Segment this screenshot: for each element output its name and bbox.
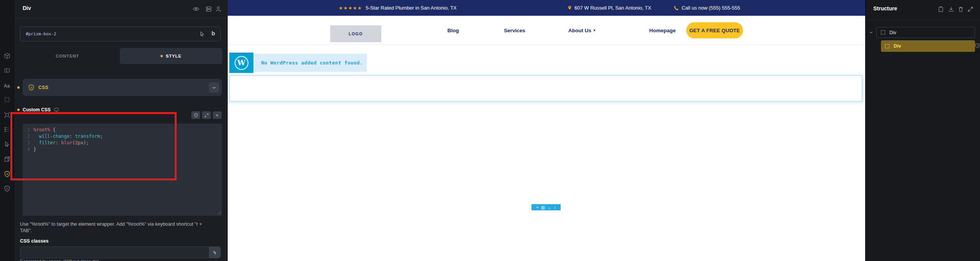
selector-field: b bbox=[20, 26, 221, 41]
code-editor-buttons: 3 < bbox=[191, 111, 222, 119]
structure-panel: Structure Div Div 3 bbox=[865, 0, 980, 261]
bold-b-icon[interactable]: b bbox=[212, 30, 215, 36]
code-collapse-button[interactable]: < bbox=[213, 111, 222, 119]
device-monitor-icon[interactable] bbox=[54, 107, 59, 112]
get-free-quote-button[interactable]: GET A FREE QUOTE bbox=[686, 22, 743, 38]
user-history-icon[interactable] bbox=[215, 6, 222, 12]
site-logo[interactable]: LOGO bbox=[330, 25, 381, 42]
selected-div-element[interactable] bbox=[229, 75, 862, 102]
breakdance-builder-window: Aa 3 5 Div bbox=[0, 0, 980, 261]
address-text: 607 W Russell Pl, San Antonio, TX bbox=[574, 5, 651, 11]
wordpress-icon: W bbox=[235, 56, 248, 70]
custom-css-label-row: Custom CSS bbox=[17, 107, 59, 112]
cursor-interactions-icon[interactable] bbox=[4, 141, 10, 147]
section-modified-dot bbox=[17, 86, 20, 89]
custom-css-code-editor[interactable]: 1 %root% { 2 will-change: transform; 3 f… bbox=[23, 124, 222, 216]
code-line: 2 will-change: transform; bbox=[23, 133, 222, 140]
trash-icon[interactable] bbox=[958, 6, 964, 12]
svg-text:3: 3 bbox=[6, 172, 8, 176]
element-title: Div bbox=[23, 5, 31, 11]
tree-chevron-down-icon[interactable] bbox=[869, 30, 874, 35]
lightning-quick-add-icon[interactable]: ϟ bbox=[209, 247, 220, 258]
css-shield-button[interactable]: 3 bbox=[191, 111, 200, 119]
nav-link-blog[interactable]: Blog bbox=[447, 16, 459, 45]
dotted-frame-icon[interactable] bbox=[4, 96, 10, 103]
field-modified-dot bbox=[17, 109, 20, 111]
selection-frame-icon[interactable] bbox=[4, 112, 10, 118]
code-line: 3 filter: blur(2px); bbox=[23, 140, 222, 146]
phone-text: Call us now (555) 555-555 bbox=[682, 5, 740, 11]
divider bbox=[866, 20, 980, 20]
tree-row-div-selected[interactable]: Div bbox=[881, 40, 975, 52]
map-pin-icon bbox=[568, 5, 572, 11]
nav-link-homepage[interactable]: Homepage bbox=[649, 16, 675, 45]
svg-text:3: 3 bbox=[977, 44, 978, 47]
css-section-header[interactable]: 3 CSS bbox=[23, 79, 222, 96]
editor-resize-handle[interactable] bbox=[217, 211, 221, 215]
properties-list-icon[interactable] bbox=[4, 126, 10, 133]
svg-text:3: 3 bbox=[30, 86, 32, 89]
vertical-resize-icon[interactable]: ↕ bbox=[554, 205, 556, 210]
columns-element-icon[interactable] bbox=[4, 67, 10, 74]
phone-icon bbox=[674, 5, 679, 11]
tab-style[interactable]: STYLE bbox=[120, 48, 222, 64]
tree-row-div-parent[interactable]: Div bbox=[876, 27, 975, 38]
add-element-icon[interactable]: + bbox=[536, 205, 538, 210]
preview-eye-icon[interactable] bbox=[193, 6, 199, 12]
css-classes-label: CSS classes bbox=[20, 238, 48, 244]
tab-content[interactable]: CONTENT bbox=[16, 48, 119, 64]
css-section-label: CSS bbox=[38, 85, 48, 90]
css3-shield-icon: 3 bbox=[28, 84, 35, 91]
structure-title: Structure bbox=[873, 5, 897, 12]
clipboard-icon[interactable] bbox=[938, 6, 944, 12]
five-stars-icon: ★★★★★ bbox=[339, 5, 362, 11]
transform-3d-icon[interactable] bbox=[4, 156, 10, 162]
modified-dot bbox=[161, 55, 163, 57]
svg-text:3: 3 bbox=[195, 114, 196, 116]
nav-link-services[interactable]: Services bbox=[504, 16, 525, 45]
div-element-icon bbox=[885, 44, 889, 48]
typography-icon[interactable]: Aa bbox=[4, 82, 10, 89]
topbar-address[interactable]: 607 W Russell Pl, San Antonio, TX bbox=[568, 5, 651, 11]
code-line: 4 } bbox=[23, 146, 222, 153]
rating-text: 5-Star Rated Plumber in San Antonio, TX bbox=[366, 5, 457, 11]
chevron-down-icon: ▾ bbox=[594, 28, 596, 32]
html5-shield-icon[interactable]: 5 bbox=[4, 185, 10, 192]
site-navbar: LOGO Blog Services About Us ▾ Homepage G… bbox=[228, 16, 865, 45]
wrap-columns-icon[interactable]: ▥ bbox=[541, 205, 545, 210]
box-element-icon[interactable] bbox=[4, 53, 10, 59]
css-classes-field: ϟ bbox=[20, 246, 221, 258]
element-toolbar-strip: Aa 3 5 bbox=[0, 0, 14, 261]
panel-header: Div bbox=[14, 0, 228, 18]
expand-editor-button[interactable] bbox=[202, 111, 211, 119]
custom-css-help-text: Use "%root%" to target the element wrapp… bbox=[20, 221, 215, 234]
collapse-section-button[interactable] bbox=[209, 83, 219, 93]
div-element-icon bbox=[881, 30, 885, 35]
css-classes-input[interactable] bbox=[24, 247, 205, 258]
css3-shield-icon[interactable]: 3 bbox=[4, 171, 10, 177]
presets-stack-icon[interactable] bbox=[205, 6, 212, 12]
content-style-tabs: CONTENT STYLE bbox=[16, 48, 222, 64]
topbar-phone[interactable]: Call us now (555) 555-555 bbox=[674, 5, 740, 11]
topbar-rating: ★★★★★ 5-Star Rated Plumber in San Antoni… bbox=[228, 5, 568, 11]
element-quick-toolbar: + ▥ ↔ ↕ bbox=[531, 204, 561, 210]
wordpress-logo-badge: W bbox=[229, 53, 253, 73]
site-topbar: ★★★★★ 5-Star Rated Plumber in San Antoni… bbox=[228, 0, 865, 16]
horizontal-resize-icon[interactable]: ↔ bbox=[547, 205, 551, 210]
site-preview-canvas: ★★★★★ 5-Star Rated Plumber in San Antoni… bbox=[228, 0, 865, 261]
wordpress-notice: No WordPress added content found. bbox=[253, 54, 367, 72]
expand-panel-icon[interactable] bbox=[967, 6, 973, 12]
svg-text:5: 5 bbox=[6, 187, 8, 190]
nav-link-about-us[interactable]: About Us ▾ bbox=[568, 16, 596, 45]
css-classes-hint: Separated by space. Without class dot. bbox=[20, 259, 100, 261]
code-line: 1 %root% { bbox=[23, 127, 222, 133]
import-download-icon[interactable] bbox=[948, 6, 954, 12]
custom-css-label: Custom CSS bbox=[23, 107, 51, 112]
selector-input[interactable] bbox=[26, 27, 191, 41]
pick-element-cursor-icon[interactable] bbox=[199, 31, 205, 37]
row-css-shield-icon[interactable]: 3 bbox=[975, 43, 980, 49]
element-settings-panel: Div b CONTENT STYLE bbox=[14, 0, 228, 261]
